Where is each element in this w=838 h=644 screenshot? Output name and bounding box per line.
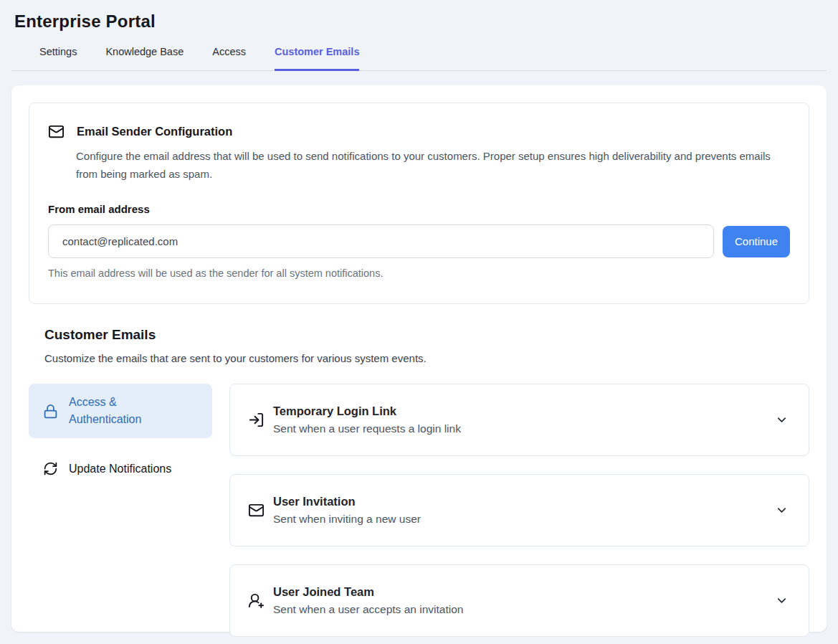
tab-settings[interactable]: Settings [39, 46, 77, 71]
tab-customer-emails[interactable]: Customer Emails [275, 46, 359, 71]
sidebar-item-label: Access & Authentication [69, 394, 184, 428]
log-in-icon [248, 412, 265, 428]
from-email-label: From email address [48, 203, 790, 215]
email-template-list: Temporary Login Link Sent when a user re… [229, 384, 809, 637]
chevron-down-icon[interactable] [775, 503, 789, 517]
sidebar-item-update-notifications[interactable]: Update Notifications [29, 452, 212, 486]
main-panel: Email Sender Configuration Configure the… [11, 85, 827, 632]
chevron-down-icon[interactable] [775, 413, 789, 427]
continue-button[interactable]: Continue [723, 226, 790, 257]
sidebar-item-label: Update Notifications [69, 463, 171, 475]
accordion-temporary-login-link[interactable]: Temporary Login Link Sent when a user re… [229, 384, 809, 456]
customer-emails-description: Customize the emails that are sent to yo… [44, 352, 809, 364]
customer-emails-title: Customer Emails [44, 327, 809, 343]
template-subtitle: Sent when a user requests a login link [273, 422, 775, 435]
tab-knowledge-base[interactable]: Knowledge Base [105, 46, 184, 71]
template-title: User Joined Team [273, 585, 775, 599]
template-title: Temporary Login Link [273, 404, 775, 418]
lock-icon [43, 404, 58, 419]
card-title: Email Sender Configuration [77, 125, 232, 138]
from-email-input[interactable] [48, 224, 714, 258]
email-helper-text: This email address will be used as the s… [48, 267, 790, 279]
card-description: Configure the email address that will be… [76, 147, 775, 183]
tab-access[interactable]: Access [212, 46, 246, 71]
page-title: Enterprise Portal [14, 11, 824, 32]
page-header: Enterprise Portal Settings Knowledge Bas… [0, 0, 838, 71]
mail-icon [48, 123, 65, 140]
email-sender-configuration-card: Email Sender Configuration Configure the… [29, 103, 809, 304]
category-sidebar: Access & Authentication Update Notificat… [29, 384, 212, 637]
template-subtitle: Sent when inviting a new user [273, 513, 775, 526]
accordion-user-joined-team[interactable]: User Joined Team Sent when a user accept… [229, 564, 809, 637]
refresh-icon [43, 461, 58, 476]
user-plus-icon [248, 592, 265, 609]
template-title: User Invitation [273, 495, 775, 508]
sidebar-item-access-authentication[interactable]: Access & Authentication [29, 384, 212, 438]
tab-bar: Settings Knowledge Base Access Customer … [39, 46, 824, 71]
chevron-down-icon[interactable] [775, 594, 789, 607]
accordion-user-invitation[interactable]: User Invitation Sent when inviting a new… [229, 474, 809, 546]
template-subtitle: Sent when a user accepts an invitation [273, 603, 775, 616]
mail-icon [248, 502, 265, 518]
